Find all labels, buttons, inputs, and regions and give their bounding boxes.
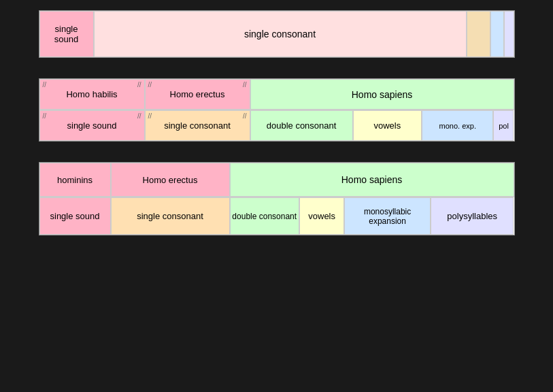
d2-homo-sapiens-header-cell: Homo sapiens — [250, 79, 514, 110]
d2-pol-cell: pol — [493, 110, 514, 141]
d1-small3-cell — [504, 11, 514, 57]
d3-polysyllables-label: polysyllables — [447, 211, 497, 221]
d1-small2-cell — [490, 11, 504, 57]
d2-double-consonant-cell: double consonant — [250, 110, 353, 141]
d3-hominins-label: hominins — [57, 175, 93, 185]
d3-single-sound-label: single sound — [50, 211, 100, 221]
d3-vowels-label: vowels — [308, 211, 335, 221]
d3-homo-sapiens-header-cell: Homo sapiens — [230, 163, 514, 197]
tick-right-1: // — [137, 81, 141, 88]
tick-left-2: // — [148, 81, 152, 88]
d2-pol-label: pol — [499, 122, 509, 130]
d1-small1-cell — [467, 11, 490, 57]
d3-single-sound-cell: single sound — [39, 197, 111, 235]
d3-hominins-cell: hominins — [39, 163, 111, 197]
d2-mono-exp-cell: mono. exp. — [422, 110, 493, 141]
tick-right-4: // — [243, 112, 247, 120]
d2-single-consonant-cell: // single consonant // — [145, 110, 250, 141]
d3-data-row: single sound single consonant double con… — [39, 197, 514, 235]
d2-header-row: // Homo habilis // // Homo erectus // Ho… — [39, 79, 514, 110]
d2-data-row: // single sound // // single consonant /… — [39, 110, 514, 141]
d3-monosyllabic-cell: monosyllabic expansion — [344, 197, 431, 235]
d2-homo-habilis-label: Homo habilis — [66, 89, 117, 99]
d2-homo-sapiens-label: Homo sapiens — [352, 89, 413, 100]
tick-left-3: // — [43, 112, 47, 120]
d2-mono-exp-label: mono. exp. — [439, 122, 476, 130]
d3-homo-erectus-label: Homo erectus — [143, 175, 198, 185]
d3-single-consonant-label: single consonant — [137, 211, 203, 221]
diagram-2: // Homo habilis // // Homo erectus // Ho… — [39, 78, 515, 142]
d2-homo-habilis-cell: // Homo habilis // — [39, 79, 145, 110]
tick-right-2: // — [243, 81, 247, 88]
d2-vowels-label: vowels — [373, 120, 401, 131]
diagram-1: single sound single consonant — [39, 10, 515, 58]
diagram-3: hominins Homo erectus Homo sapiens singl… — [39, 162, 515, 235]
d3-header-row: hominins Homo erectus Homo sapiens — [39, 163, 514, 197]
d1-single-sound-label: single sound — [43, 24, 90, 44]
tick-left-1: // — [43, 81, 47, 88]
d3-vowels-cell: vowels — [299, 197, 344, 235]
d1-single-consonant-cell: single consonant — [94, 11, 467, 57]
tick-left-4: // — [148, 112, 152, 120]
d3-monosyllabic-label: monosyllabic expansion — [346, 207, 429, 226]
d2-single-sound-label: single sound — [67, 120, 117, 131]
d3-double-consonant-cell: double consonant — [230, 197, 299, 235]
d1-single-consonant-label: single consonant — [244, 29, 316, 39]
d2-vowels-cell: vowels — [353, 110, 422, 141]
d3-double-consonant-label: double consonant — [232, 212, 297, 221]
d3-single-consonant-cell: single consonant — [111, 197, 230, 235]
d2-homo-erectus-header-cell: // Homo erectus // — [145, 79, 250, 110]
tick-right-3: // — [137, 112, 141, 120]
d3-homo-erectus-header-cell: Homo erectus — [111, 163, 230, 197]
d2-homo-erectus-label: Homo erectus — [170, 89, 225, 99]
d2-double-consonant-label: double consonant — [267, 120, 337, 131]
d3-polysyllables-cell: polysyllables — [431, 197, 514, 235]
d2-single-consonant-label: single consonant — [164, 120, 231, 131]
d1-single-sound-cell: single sound — [39, 11, 94, 57]
d3-homo-sapiens-label: Homo sapiens — [341, 174, 403, 185]
d2-single-sound-cell: // single sound // — [39, 110, 145, 141]
